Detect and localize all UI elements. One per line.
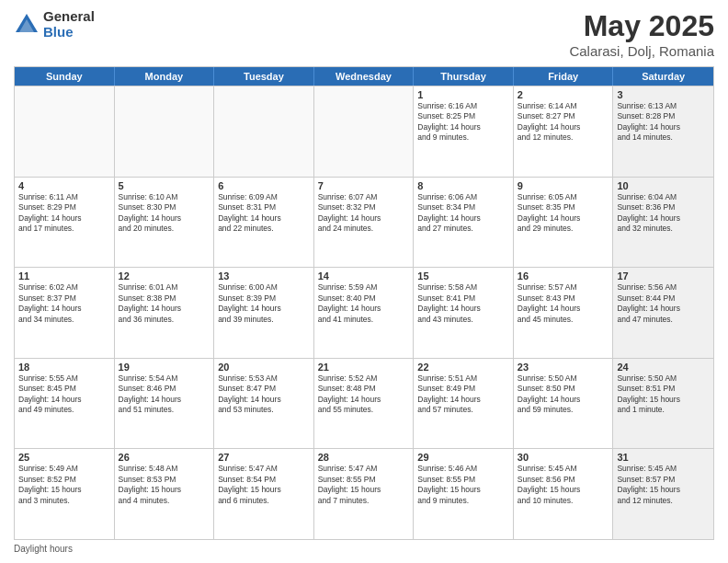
- cell-content: Sunrise: 5:55 AM Sunset: 8:45 PM Dayligh…: [18, 373, 110, 416]
- day-number: 2: [518, 89, 609, 100]
- cell-content: Sunrise: 5:51 AM Sunset: 8:49 PM Dayligh…: [417, 373, 509, 416]
- day-number: 8: [417, 180, 509, 191]
- cal-cell-22: 22Sunrise: 5:51 AM Sunset: 8:49 PM Dayli…: [414, 359, 514, 449]
- cell-content: Sunrise: 6:07 AM Sunset: 8:32 PM Dayligh…: [318, 192, 410, 235]
- calendar: SundayMondayTuesdayWednesdayThursdayFrid…: [14, 66, 714, 540]
- cal-cell-12: 12Sunrise: 6:01 AM Sunset: 8:38 PM Dayli…: [115, 268, 215, 358]
- calendar-row-1: 4Sunrise: 6:11 AM Sunset: 8:29 PM Daylig…: [15, 177, 713, 268]
- logo: General Blue: [14, 9, 95, 40]
- day-number: 27: [218, 452, 310, 463]
- cell-content: Sunrise: 6:09 AM Sunset: 8:31 PM Dayligh…: [218, 192, 310, 235]
- cell-content: Sunrise: 6:01 AM Sunset: 8:38 PM Dayligh…: [119, 282, 210, 325]
- cal-cell-10: 10Sunrise: 6:04 AM Sunset: 8:36 PM Dayli…: [613, 178, 713, 268]
- day-number: 20: [218, 362, 310, 373]
- cell-content: Sunrise: 5:59 AM Sunset: 8:40 PM Dayligh…: [318, 282, 410, 325]
- cal-cell-21: 21Sunrise: 5:52 AM Sunset: 8:48 PM Dayli…: [314, 359, 415, 449]
- day-number: 25: [18, 452, 110, 463]
- cal-cell-2: 2Sunrise: 6:14 AM Sunset: 8:27 PM Daylig…: [514, 86, 614, 177]
- day-number: 15: [417, 270, 509, 282]
- cal-cell-27: 27Sunrise: 5:47 AM Sunset: 8:54 PM Dayli…: [214, 449, 314, 539]
- day-number: 21: [318, 362, 410, 373]
- header: General Blue May 2025 Calarasi, Dolj, Ro…: [14, 9, 714, 59]
- cell-content: Sunrise: 5:58 AM Sunset: 8:41 PM Dayligh…: [417, 282, 509, 325]
- cell-content: Sunrise: 6:02 AM Sunset: 8:37 PM Dayligh…: [18, 282, 110, 325]
- cal-cell-23: 23Sunrise: 5:50 AM Sunset: 8:50 PM Dayli…: [514, 359, 614, 449]
- cell-content: Sunrise: 5:46 AM Sunset: 8:55 PM Dayligh…: [417, 464, 509, 506]
- cal-cell-empty-0-2: [214, 86, 314, 177]
- cal-cell-7: 7Sunrise: 6:07 AM Sunset: 8:32 PM Daylig…: [314, 178, 415, 268]
- day-number: 3: [617, 89, 710, 100]
- cal-cell-empty-0-0: [15, 86, 115, 177]
- cell-content: Sunrise: 6:00 AM Sunset: 8:39 PM Dayligh…: [218, 282, 310, 325]
- calendar-header: SundayMondayTuesdayWednesdayThursdayFrid…: [15, 67, 713, 86]
- calendar-row-4: 25Sunrise: 5:49 AM Sunset: 8:52 PM Dayli…: [15, 448, 713, 539]
- day-number: 30: [518, 452, 609, 463]
- cell-content: Sunrise: 6:16 AM Sunset: 8:25 PM Dayligh…: [417, 101, 509, 144]
- cal-cell-empty-0-3: [314, 86, 415, 177]
- cell-content: Sunrise: 6:04 AM Sunset: 8:36 PM Dayligh…: [617, 192, 710, 235]
- logo-blue: Blue: [43, 25, 95, 40]
- day-number: 10: [617, 180, 710, 191]
- day-number: 12: [119, 270, 210, 282]
- cell-content: Sunrise: 5:50 AM Sunset: 8:51 PM Dayligh…: [617, 373, 710, 416]
- cal-cell-14: 14Sunrise: 5:59 AM Sunset: 8:40 PM Dayli…: [314, 268, 415, 358]
- cell-content: Sunrise: 6:06 AM Sunset: 8:34 PM Dayligh…: [417, 192, 509, 235]
- cal-cell-1: 1Sunrise: 6:16 AM Sunset: 8:25 PM Daylig…: [414, 86, 514, 177]
- cell-content: Sunrise: 6:13 AM Sunset: 8:28 PM Dayligh…: [617, 101, 710, 144]
- header-day-wednesday: Wednesday: [314, 67, 415, 86]
- logo-icon: [14, 12, 40, 38]
- cell-content: Sunrise: 5:52 AM Sunset: 8:48 PM Dayligh…: [318, 373, 410, 416]
- cell-content: Sunrise: 6:14 AM Sunset: 8:27 PM Dayligh…: [518, 101, 609, 144]
- day-number: 19: [119, 362, 210, 373]
- cal-cell-5: 5Sunrise: 6:10 AM Sunset: 8:30 PM Daylig…: [115, 178, 215, 268]
- cal-cell-17: 17Sunrise: 5:56 AM Sunset: 8:44 PM Dayli…: [613, 268, 713, 358]
- cal-cell-8: 8Sunrise: 6:06 AM Sunset: 8:34 PM Daylig…: [414, 178, 514, 268]
- calendar-body: 1Sunrise: 6:16 AM Sunset: 8:25 PM Daylig…: [15, 86, 713, 539]
- day-number: 7: [318, 180, 410, 191]
- header-day-saturday: Saturday: [613, 67, 713, 86]
- cal-cell-6: 6Sunrise: 6:09 AM Sunset: 8:31 PM Daylig…: [214, 178, 314, 268]
- cell-content: Sunrise: 5:49 AM Sunset: 8:52 PM Dayligh…: [18, 464, 110, 506]
- cal-cell-18: 18Sunrise: 5:55 AM Sunset: 8:45 PM Dayli…: [15, 359, 115, 449]
- header-day-friday: Friday: [514, 67, 614, 86]
- cal-cell-20: 20Sunrise: 5:53 AM Sunset: 8:47 PM Dayli…: [214, 359, 314, 449]
- day-number: 17: [617, 270, 710, 282]
- calendar-row-0: 1Sunrise: 6:16 AM Sunset: 8:25 PM Daylig…: [15, 86, 713, 177]
- month-title: May 2025: [569, 9, 714, 43]
- cell-content: Sunrise: 5:54 AM Sunset: 8:46 PM Dayligh…: [119, 373, 210, 416]
- cal-cell-15: 15Sunrise: 5:58 AM Sunset: 8:41 PM Dayli…: [414, 268, 514, 358]
- day-number: 23: [518, 362, 609, 373]
- cal-cell-25: 25Sunrise: 5:49 AM Sunset: 8:52 PM Dayli…: [15, 449, 115, 539]
- day-number: 4: [18, 180, 110, 191]
- day-number: 22: [417, 362, 509, 373]
- day-number: 26: [119, 452, 210, 463]
- cell-content: Sunrise: 6:11 AM Sunset: 8:29 PM Dayligh…: [18, 192, 110, 235]
- cal-cell-19: 19Sunrise: 5:54 AM Sunset: 8:46 PM Dayli…: [115, 359, 215, 449]
- calendar-row-3: 18Sunrise: 5:55 AM Sunset: 8:45 PM Dayli…: [15, 358, 713, 449]
- cell-content: Sunrise: 5:50 AM Sunset: 8:50 PM Dayligh…: [518, 373, 609, 416]
- day-number: 31: [617, 452, 710, 463]
- cal-cell-9: 9Sunrise: 6:05 AM Sunset: 8:35 PM Daylig…: [514, 178, 614, 268]
- logo-text: General Blue: [43, 9, 95, 40]
- cal-cell-4: 4Sunrise: 6:11 AM Sunset: 8:29 PM Daylig…: [15, 178, 115, 268]
- cal-cell-29: 29Sunrise: 5:46 AM Sunset: 8:55 PM Dayli…: [414, 449, 514, 539]
- footer-note: Daylight hours: [14, 544, 714, 554]
- day-number: 5: [119, 180, 210, 191]
- header-day-sunday: Sunday: [15, 67, 115, 86]
- header-day-tuesday: Tuesday: [214, 67, 314, 86]
- day-number: 14: [318, 270, 410, 282]
- day-number: 9: [518, 180, 609, 191]
- cal-cell-30: 30Sunrise: 5:45 AM Sunset: 8:56 PM Dayli…: [514, 449, 614, 539]
- title-block: May 2025 Calarasi, Dolj, Romania: [569, 9, 714, 59]
- cal-cell-11: 11Sunrise: 6:02 AM Sunset: 8:37 PM Dayli…: [15, 268, 115, 358]
- cell-content: Sunrise: 5:47 AM Sunset: 8:55 PM Dayligh…: [318, 464, 410, 506]
- cell-content: Sunrise: 5:57 AM Sunset: 8:43 PM Dayligh…: [518, 282, 609, 325]
- cal-cell-3: 3Sunrise: 6:13 AM Sunset: 8:28 PM Daylig…: [613, 86, 713, 177]
- cal-cell-13: 13Sunrise: 6:00 AM Sunset: 8:39 PM Dayli…: [214, 268, 314, 358]
- day-number: 16: [518, 270, 609, 282]
- day-number: 18: [18, 362, 110, 373]
- cell-content: Sunrise: 5:47 AM Sunset: 8:54 PM Dayligh…: [218, 464, 310, 506]
- cal-cell-26: 26Sunrise: 5:48 AM Sunset: 8:53 PM Dayli…: [115, 449, 215, 539]
- logo-general: General: [43, 9, 95, 25]
- location-title: Calarasi, Dolj, Romania: [569, 43, 714, 59]
